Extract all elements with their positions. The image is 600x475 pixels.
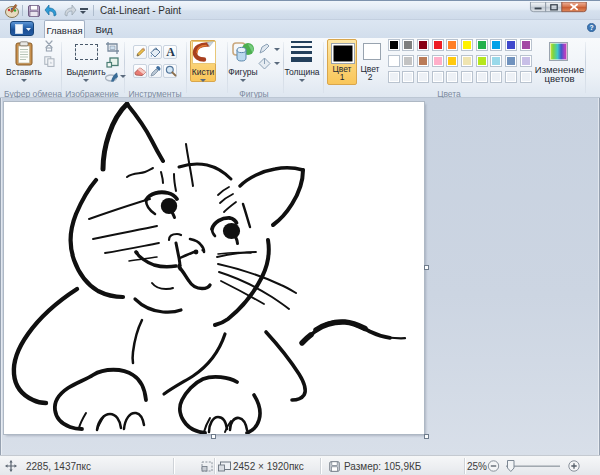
svg-text:?: ? [589,23,593,30]
